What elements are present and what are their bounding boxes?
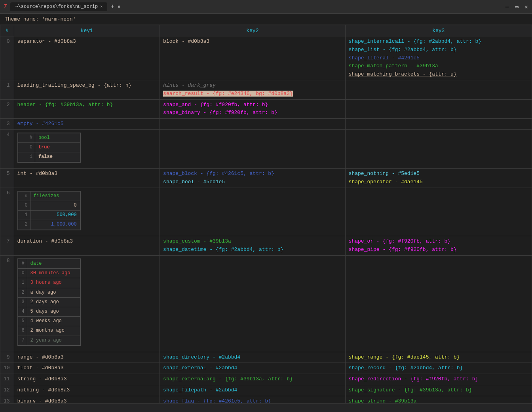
row-num-1: 1 — [0, 80, 14, 99]
row-7-key2: shape_custom - #39b13a shape_datetime - … — [160, 236, 346, 256]
header-key1: key1 — [14, 25, 160, 36]
restore-button[interactable]: ▭ — [515, 4, 518, 10]
row-num-4: 4 — [0, 129, 14, 168]
row-5-key2: shape_block - {fg: #4261c5, attr: b} sha… — [160, 169, 346, 188]
row-6-key2 — [160, 188, 346, 236]
row-num-2: 2 — [0, 99, 14, 119]
row-num-10: 10 — [0, 363, 14, 374]
main-table: # key1 key2 key3 0 separator - #d0b8a3 b… — [0, 25, 532, 412]
row-8-key1: # date 0 30 minutes ago 1 3 hours — [14, 256, 160, 352]
header-key2: key2 — [160, 25, 346, 36]
row-1-key2: hints - dark_gray search_result - {fg: #… — [160, 80, 346, 99]
row-num-5: 5 — [0, 169, 14, 188]
tabs-dropdown-button[interactable]: ∨ — [118, 4, 120, 10]
table-row: 10 float - #d0b8a3 shape_external - #2ab… — [0, 363, 532, 374]
row-8-key2 — [160, 256, 346, 352]
table-row: 2 header - {fg: #39b13a, attr: b} shape_… — [0, 99, 532, 119]
table-row: 1 leading_trailing_space_bg - {attr: n} … — [0, 80, 532, 99]
row-num-7: 7 — [0, 236, 14, 256]
new-tab-button[interactable]: + — [110, 3, 114, 10]
window-controls: — ▭ ✕ — [505, 4, 528, 10]
table-row: 8 # date 0 30 minutes ago — [0, 256, 532, 352]
statusbar — [0, 403, 532, 412]
header-rownum: # — [0, 25, 14, 36]
row-2-key2: shape_and - {fg: #f920fb, attr: b} shape… — [160, 99, 346, 119]
tab-label: ~\source\repos\forks\nu_scrip — [15, 4, 98, 9]
table-row: 9 range - #d0b8a3 shape_directory - #2ab… — [0, 352, 532, 363]
row-num-6: 6 — [0, 188, 14, 236]
row-1-key1: leading_trailing_space_bg - {attr: n} — [14, 80, 160, 99]
row-4-key1: # bool 0 true 1 false — [14, 129, 160, 168]
titlebar: Σ ~\source\repos\forks\nu_scrip × + ∨ — … — [0, 0, 532, 14]
table-row: 4 # bool 0 true — [0, 129, 532, 168]
row-12-key1: nothing - #d0b8a3 — [14, 385, 160, 396]
row-3-key2 — [160, 119, 346, 130]
row-num-8: 8 — [0, 256, 14, 352]
row-3-key1: empty - #4261c5 — [14, 119, 160, 130]
minimize-button[interactable]: — — [505, 4, 509, 10]
row-0-key1: separator - #d0b8a3 — [14, 36, 160, 80]
table-row: 6 # filesizes 0 0 — [0, 188, 532, 236]
row-9-key2: shape_directory - #2abbd4 — [160, 352, 346, 363]
tab-close-button[interactable]: × — [100, 5, 103, 9]
row-7-key1: duration - #d0b8a3 — [14, 236, 160, 256]
row-9-key1: range - #d0b8a3 — [14, 352, 160, 363]
row-12-key3: shape_signature - {fg: #39b13a, attr: b} — [345, 385, 532, 396]
table-row: 12 nothing - #d0b8a3 shape_filepath - #2… — [0, 385, 532, 396]
table-row: 5 int - #d0b8a3 shape_block - {fg: #4261… — [0, 169, 532, 188]
row-10-key1: float - #d0b8a3 — [14, 363, 160, 374]
row-3-key3 — [345, 119, 532, 130]
row-num-0: 0 — [0, 36, 14, 80]
row-4-key2 — [160, 129, 346, 168]
row-11-key3: shape_redirection - {fg: #f920fb, attr: … — [345, 374, 532, 385]
row-0-key2: block - #d0b8a3 — [160, 36, 346, 80]
row-num-12: 12 — [0, 385, 14, 396]
row-6-key1: # filesizes 0 0 1 500,000 — [14, 188, 160, 236]
row-0-key3: shape_internalcall - {fg: #2abbd4, attr:… — [345, 36, 532, 80]
close-button[interactable]: ✕ — [525, 4, 528, 10]
row-2-key1: header - {fg: #39b13a, attr: b} — [14, 99, 160, 119]
row-num-11: 11 — [0, 374, 14, 385]
row-11-key2: shape_externalarg - {fg: #39b13a, attr: … — [160, 374, 346, 385]
row-num-9: 9 — [0, 352, 14, 363]
row-11-key1: string - #d0b8a3 — [14, 374, 160, 385]
date-mini-table: # date 0 30 minutes ago 1 3 hours — [17, 258, 81, 346]
row-4-key3 — [345, 129, 532, 168]
row-5-key3: shape_nothing - #5ed1e5 shape_operator -… — [345, 169, 532, 188]
bool-mini-table: # bool 0 true 1 false — [17, 133, 81, 163]
row-1-key3 — [345, 80, 532, 99]
table-row: 0 separator - #d0b8a3 block - #d0b8a3 sh… — [0, 36, 532, 80]
row-10-key3: shape_record - {fg: #2abbd4, attr: b} — [345, 363, 532, 374]
table-row: 3 empty - #4261c5 — [0, 119, 532, 130]
header-key3: key3 — [345, 25, 532, 36]
row-9-key3: shape_range - {fg: #dae145, attr: b} — [345, 352, 532, 363]
row-8-key3 — [345, 256, 532, 352]
table-row: 11 string - #d0b8a3 shape_externalarg - … — [0, 374, 532, 385]
active-tab[interactable]: ~\source\repos\forks\nu_scrip × — [10, 2, 107, 11]
row-num-3: 3 — [0, 119, 14, 130]
filesizes-mini-table: # filesizes 0 0 1 500,000 — [17, 191, 81, 230]
table-row: 7 duration - #d0b8a3 shape_custom - #39b… — [0, 236, 532, 256]
row-2-key3 — [345, 99, 532, 119]
row-12-key2: shape_filepath - #2abbd4 — [160, 385, 346, 396]
row-6-key3 — [345, 188, 532, 236]
theme-bar: Theme name: 'warm-neon' — [0, 14, 532, 25]
row-5-key1: int - #d0b8a3 — [14, 169, 160, 188]
row-7-key3: shape_or - {fg: #f920fb, attr: b} shape_… — [345, 236, 532, 256]
row-10-key2: shape_external - #2abbd4 — [160, 363, 346, 374]
terminal-icon: Σ — [4, 4, 7, 10]
